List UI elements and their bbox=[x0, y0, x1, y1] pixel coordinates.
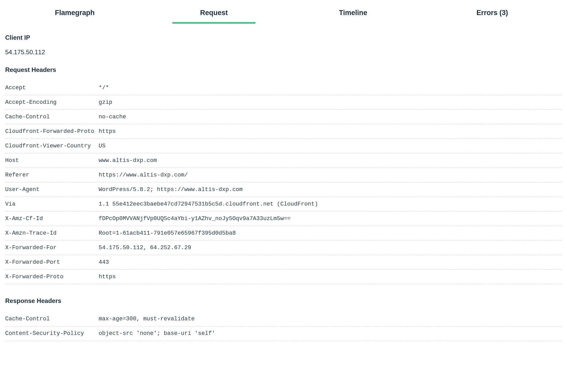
request-header-row: X-Forwarded-Port443 bbox=[5, 255, 562, 270]
request-header-row: Accept-Encodinggzip bbox=[5, 95, 562, 110]
request-header-name: Cache-Control bbox=[5, 113, 99, 121]
request-header-name: Accept-Encoding bbox=[5, 98, 99, 107]
tab-flamegraph[interactable]: Flamegraph bbox=[5, 3, 144, 24]
response-header-name: Cache-Control bbox=[5, 315, 99, 323]
request-header-value: gzip bbox=[99, 98, 562, 107]
request-header-name: X-Amzn-Trace-Id bbox=[5, 229, 99, 238]
response-header-row: Content-Security-Policyobject-src 'none'… bbox=[5, 326, 562, 341]
request-header-row: X-Amzn-Trace-IdRoot=1-61acb411-791e057e6… bbox=[5, 226, 562, 241]
request-header-row: User-AgentWordPress/5.8.2; https://www.a… bbox=[5, 183, 562, 197]
request-header-value: 54.175.50.112, 64.252.67.29 bbox=[99, 244, 562, 252]
request-header-row: Hostwww.altis-dxp.com bbox=[5, 153, 562, 168]
request-header-name: X-Forwarded-Port bbox=[5, 258, 99, 267]
request-header-name: X-Forwarded-Proto bbox=[5, 273, 99, 281]
response-headers-section: Response Headers Cache-Controlmax-age=30… bbox=[5, 297, 562, 341]
request-headers-title: Request Headers bbox=[5, 66, 562, 73]
request-header-name: X-Amz-Cf-Id bbox=[5, 214, 99, 223]
request-header-name: Referer bbox=[5, 171, 99, 179]
request-header-value: fDPcOp0MVVANjfVp0UQ5c4aYbi-y1AZhv_noJy5O… bbox=[99, 214, 562, 223]
tab-errors-3-[interactable]: Errors (3) bbox=[423, 3, 562, 24]
request-header-name: X-Forwarded-For bbox=[5, 244, 99, 252]
response-headers-title: Response Headers bbox=[5, 297, 562, 305]
request-header-name: Cloudfront-Forwarded-Proto bbox=[5, 127, 99, 136]
request-header-value: https bbox=[99, 273, 562, 281]
request-header-value: Root=1-61acb411-791e057e65967f395d0d5ba8 bbox=[99, 229, 562, 238]
request-header-value: US bbox=[99, 142, 562, 150]
response-header-name: Content-Security-Policy bbox=[5, 329, 99, 338]
client-ip-value: 54.175.50.112 bbox=[5, 49, 562, 56]
request-header-value: WordPress/5.8.2; https://www.altis-dxp.c… bbox=[99, 185, 562, 194]
request-header-row: Cloudfront-Viewer-CountryUS bbox=[5, 139, 562, 153]
request-header-row: X-Forwarded-Protohttps bbox=[5, 270, 562, 284]
request-header-value: https bbox=[99, 127, 562, 136]
request-header-value: no-cache bbox=[99, 113, 562, 121]
request-header-value: 1.1 55e412eec3baebe47cd72947531b5c5d.clo… bbox=[99, 200, 562, 208]
tab-request[interactable]: Request bbox=[144, 3, 284, 24]
request-headers-section: Request Headers Accept*/*Accept-Encoding… bbox=[5, 66, 562, 284]
tabs-container: FlamegraphRequestTimelineErrors (3) bbox=[5, 3, 562, 24]
client-ip-section: Client IP 54.175.50.112 bbox=[5, 34, 562, 56]
response-headers-list: Cache-Controlmax-age=300, must-revalidat… bbox=[5, 312, 562, 341]
request-header-name: Via bbox=[5, 200, 99, 208]
request-header-value: https://www.altis-dxp.com/ bbox=[99, 171, 562, 179]
request-headers-list: Accept*/*Accept-EncodinggzipCache-Contro… bbox=[5, 81, 562, 284]
request-header-name: User-Agent bbox=[5, 185, 99, 194]
response-header-row: Cache-Controlmax-age=300, must-revalidat… bbox=[5, 312, 562, 326]
request-header-name: Cloudfront-Viewer-Country bbox=[5, 142, 99, 150]
request-header-row: Accept*/* bbox=[5, 81, 562, 95]
request-header-value: */* bbox=[99, 84, 562, 92]
client-ip-title: Client IP bbox=[5, 34, 562, 41]
request-header-name: Accept bbox=[5, 84, 99, 92]
request-header-row: X-Forwarded-For54.175.50.112, 64.252.67.… bbox=[5, 241, 562, 255]
request-header-row: Cache-Controlno-cache bbox=[5, 110, 562, 124]
request-header-value: www.altis-dxp.com bbox=[99, 156, 562, 165]
request-header-row: X-Amz-Cf-IdfDPcOp0MVVANjfVp0UQ5c4aYbi-y1… bbox=[5, 212, 562, 226]
request-header-row: Cloudfront-Forwarded-Protohttps bbox=[5, 124, 562, 139]
request-header-name: Host bbox=[5, 156, 99, 165]
request-header-value: 443 bbox=[99, 258, 562, 267]
response-header-value: object-src 'none'; base-uri 'self' bbox=[99, 329, 562, 338]
tab-timeline[interactable]: Timeline bbox=[284, 3, 423, 24]
request-header-row: Refererhttps://www.altis-dxp.com/ bbox=[5, 168, 562, 183]
response-header-value: max-age=300, must-revalidate bbox=[99, 315, 562, 323]
request-header-row: Via1.1 55e412eec3baebe47cd72947531b5c5d.… bbox=[5, 197, 562, 212]
